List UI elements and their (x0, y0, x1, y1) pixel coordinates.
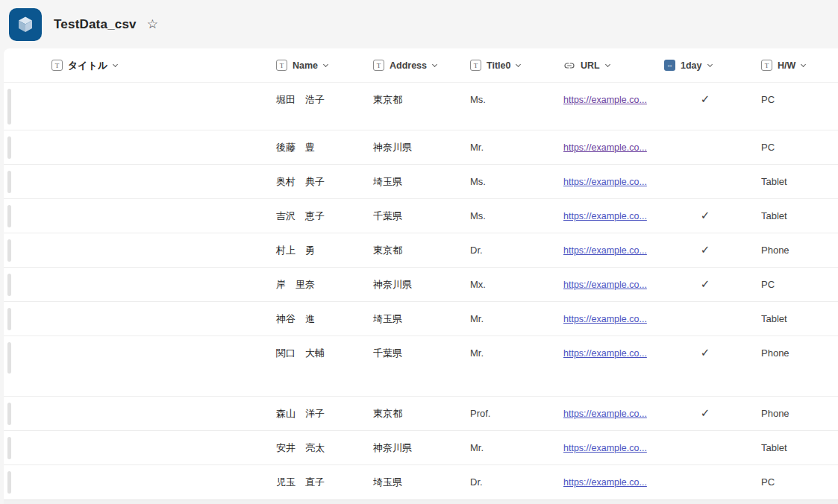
cell-title (46, 165, 269, 198)
cell-name: 吉沢 恵子 (269, 199, 366, 233)
link-column-icon (563, 60, 575, 72)
row-gutter (4, 199, 46, 233)
column-label: 1day (681, 60, 702, 71)
cell-name: 関口 大輔 (269, 336, 366, 396)
table-row[interactable]: 神谷 進埼玉県Mr.https://example.co...Tablet (4, 301, 838, 336)
row-handle-bar (7, 239, 11, 262)
cell-hw: PC (754, 83, 838, 130)
app-logo-cube-icon (9, 8, 42, 41)
cell-title (46, 199, 269, 233)
cell-hw: PC (754, 465, 838, 499)
cell-address: 千葉県 (366, 199, 463, 233)
url-link[interactable]: https://example.co... (563, 409, 647, 419)
chevron-down-icon (801, 61, 806, 66)
url-link[interactable]: https://example.co... (563, 211, 647, 221)
table-row[interactable]: 安井 亮太神奈川県Mr.https://example.co...Tablet (4, 430, 838, 464)
table-row[interactable]: 村上 勇東京都Dr.https://example.co...✓Phone (4, 233, 838, 267)
text-column-icon: T (470, 60, 481, 71)
cell-1day (657, 130, 754, 164)
row-gutter (4, 465, 46, 499)
row-gutter (4, 233, 46, 267)
cell-title (46, 302, 269, 336)
column-label: Name (293, 60, 318, 71)
cell-title0: Dr. (463, 233, 556, 267)
cell-address: 東京都 (366, 83, 463, 130)
cell-hw: Phone (754, 233, 838, 267)
row-gutter (4, 431, 46, 464)
column-header-name[interactable]: T Name (269, 48, 366, 82)
row-gutter (4, 83, 46, 130)
cell-url: https://example.co... (556, 83, 657, 130)
url-link[interactable]: https://example.co... (563, 348, 647, 359)
grid-body: 堀田 浩子東京都Ms.https://example.co...✓PC後藤 豊神… (4, 82, 838, 499)
url-link[interactable]: https://example.co... (563, 314, 647, 324)
table-row[interactable]: 後藤 豊神奈川県Mr.https://example.co...PC (4, 130, 838, 164)
cell-url: https://example.co... (556, 199, 657, 233)
text-column-icon: T (276, 60, 287, 71)
table-row[interactable]: 森山 洋子東京都Prof.https://example.co...✓Phone (4, 396, 838, 430)
row-handle-bar (7, 205, 11, 227)
cell-hw: Tablet (754, 431, 838, 464)
cell-name: 安井 亮太 (269, 431, 366, 464)
cell-name: 村上 勇 (269, 233, 366, 267)
table-row[interactable]: 吉沢 恵子千葉県Ms.https://example.co...✓Tablet (4, 198, 838, 233)
horizontal-scrollbar[interactable] (4, 500, 838, 504)
url-link[interactable]: https://example.co... (563, 95, 647, 105)
row-handle-bar (7, 308, 11, 330)
url-link[interactable]: https://example.co... (563, 443, 647, 453)
row-gutter (4, 130, 46, 164)
checkmark-icon: ✓ (701, 275, 710, 293)
column-header-1day[interactable]: ↔ 1day (657, 48, 754, 82)
checkmark-icon: ✓ (701, 241, 710, 259)
table-row[interactable]: 堀田 浩子東京都Ms.https://example.co...✓PC (4, 82, 838, 130)
row-handle-bar (7, 274, 11, 296)
cell-name: 森山 洋子 (269, 397, 366, 430)
table-row[interactable]: 関口 大輔千葉県Mr.https://example.co...✓Phone (4, 336, 838, 396)
cell-title0: Ms. (463, 165, 556, 198)
column-header-hw[interactable]: T H/W (754, 48, 838, 82)
chevron-down-icon (605, 61, 610, 66)
checkmark-icon: ✓ (701, 344, 710, 362)
cell-title0: Ms. (463, 83, 556, 130)
cell-title0: Mx. (463, 268, 556, 301)
table-row[interactable]: 奥村 典子埼玉県Ms.https://example.co...Tablet (4, 164, 838, 198)
column-header-title[interactable]: T タイトル (46, 48, 269, 82)
column-header-url[interactable]: URL (556, 48, 657, 82)
cell-url: https://example.co... (556, 431, 657, 464)
cell-title0: Prof. (463, 397, 556, 430)
url-link[interactable]: https://example.co... (563, 177, 647, 187)
text-column-icon: T (51, 60, 63, 71)
cell-name: 神谷 進 (269, 302, 366, 336)
checkmark-icon: ✓ (701, 404, 710, 422)
table-row[interactable]: 岸 里奈神奈川県Mx.https://example.co...✓PC (4, 267, 838, 301)
url-link[interactable]: https://example.co... (563, 142, 647, 153)
url-link[interactable]: https://example.co... (563, 245, 647, 256)
cell-name: 児玉 直子 (269, 465, 366, 499)
favorite-star-icon[interactable]: ☆ (147, 18, 158, 31)
column-header-title0[interactable]: T Title0 (463, 48, 556, 82)
header-gutter (4, 48, 46, 82)
row-handle-bar (7, 171, 11, 193)
cell-hw: PC (754, 130, 838, 164)
cell-name: 岸 里奈 (269, 268, 366, 301)
cell-1day: ✓ (657, 336, 754, 396)
cell-address: 神奈川県 (366, 431, 463, 464)
app-header: TestData_csv ☆ (0, 0, 838, 48)
url-link[interactable]: https://example.co... (563, 280, 647, 290)
cell-1day (657, 465, 754, 499)
cell-url: https://example.co... (556, 465, 657, 499)
text-column-icon: T (761, 60, 772, 71)
cell-1day (657, 431, 754, 464)
cell-title (46, 397, 269, 430)
yesno-column-icon: ↔ (664, 60, 675, 71)
column-header-address[interactable]: T Address (366, 48, 463, 82)
cell-name: 奥村 典子 (269, 165, 366, 198)
column-label: URL (581, 60, 600, 71)
cell-hw: Tablet (754, 199, 838, 233)
table-row[interactable]: 児玉 直子埼玉県Dr.https://example.co...PC (4, 464, 838, 499)
cell-address: 埼玉県 (366, 165, 463, 198)
cell-1day: ✓ (657, 199, 754, 233)
column-label: Address (390, 60, 427, 71)
url-link[interactable]: https://example.co... (563, 477, 647, 488)
cell-1day: ✓ (657, 268, 754, 301)
